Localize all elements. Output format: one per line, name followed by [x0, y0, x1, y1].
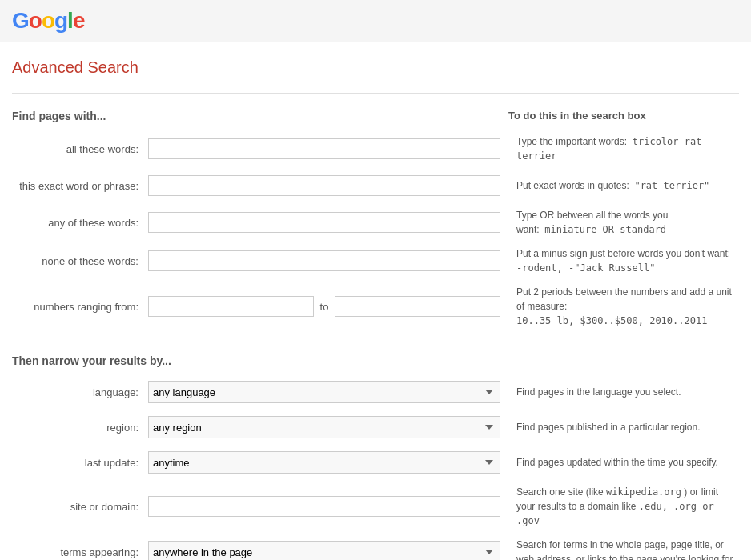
- all-words-row: all these words: Type the important word…: [12, 134, 739, 163]
- numbers-row: numbers ranging from: to Put 2 periods b…: [12, 285, 739, 328]
- none-words-input[interactable]: [148, 250, 500, 271]
- exact-phrase-row: this exact word or phrase: Put exact wor…: [12, 173, 739, 198]
- numbers-hint: Put 2 periods between the numbers and ad…: [500, 285, 739, 328]
- none-words-label: none of these words:: [12, 255, 148, 267]
- terms-appearing-input-area: anywhere in the page in the title of the…: [148, 541, 500, 560]
- region-hint: Find pages published in a particular reg…: [500, 420, 739, 434]
- find-heading-right: To do this in the search box: [508, 110, 739, 122]
- none-words-hint: Put a minus sign just before words you d…: [500, 246, 739, 275]
- any-words-hint: Type OR between all the words you want: …: [500, 208, 739, 237]
- numbers-from-input[interactable]: [148, 296, 314, 317]
- last-update-row: last update: anytime past 24 hours past …: [12, 450, 739, 475]
- site-domain-row: site or domain: Search one site (like wi…: [12, 485, 739, 528]
- any-words-input-area: [148, 212, 500, 233]
- language-select[interactable]: any language Arabic Bulgarian Catalan Ch…: [148, 381, 500, 403]
- exact-phrase-hint: Put exact words in quotes: "rat terrier": [500, 178, 739, 193]
- exact-phrase-input[interactable]: [148, 175, 500, 196]
- exact-phrase-label: this exact word or phrase:: [12, 180, 148, 192]
- terms-appearing-hint: Search for terms in the whole page, page…: [500, 538, 739, 560]
- find-section-header: Find pages with... To do this in the sea…: [12, 110, 739, 122]
- google-logo: Google: [12, 8, 739, 34]
- last-update-label: last update:: [12, 457, 148, 469]
- terms-appearing-select[interactable]: anywhere in the page in the title of the…: [148, 541, 500, 560]
- page-title: Advanced Search: [12, 58, 739, 77]
- language-input-area: any language Arabic Bulgarian Catalan Ch…: [148, 381, 500, 403]
- region-select[interactable]: any region: [148, 416, 500, 438]
- find-heading-left: Find pages with...: [12, 110, 508, 122]
- region-row: region: any region Find pages published …: [12, 414, 739, 440]
- exact-phrase-input-area: [148, 175, 500, 196]
- narrow-section: Then narrow your results by... language:…: [12, 354, 739, 560]
- none-words-row: none of these words: Put a minus sign ju…: [12, 246, 739, 275]
- divider-mid: [12, 338, 739, 338]
- header: Google: [0, 0, 751, 42]
- site-domain-input[interactable]: [148, 496, 500, 517]
- any-words-row: any of these words: Type OR between all …: [12, 208, 739, 237]
- terms-appearing-row: terms appearing: anywhere in the page in…: [12, 538, 739, 560]
- range-to-label: to: [320, 301, 329, 313]
- last-update-input-area: anytime past 24 hours past week past mon…: [148, 451, 500, 474]
- language-hint: Find pages in the language you select.: [500, 385, 739, 399]
- region-label: region:: [12, 422, 148, 434]
- any-words-input[interactable]: [148, 212, 500, 233]
- site-domain-input-area: [148, 496, 500, 517]
- all-words-hint: Type the important words: tricolor rat t…: [500, 134, 739, 163]
- all-words-input-area: [148, 138, 500, 159]
- all-words-label: all these words:: [12, 143, 148, 155]
- numbers-to-input[interactable]: [335, 296, 500, 317]
- range-row: to: [148, 296, 500, 317]
- last-update-hint: Find pages updated within the time you s…: [500, 455, 739, 470]
- region-input-area: any region: [148, 416, 500, 438]
- numbers-label: numbers ranging from:: [12, 301, 148, 313]
- site-domain-hint: Search one site (like wikipedia.org ) or…: [500, 485, 739, 528]
- terms-appearing-label: terms appearing:: [12, 546, 148, 558]
- divider-top: [12, 93, 739, 94]
- language-label: language:: [12, 386, 148, 398]
- numbers-input-area: to: [148, 296, 500, 317]
- last-update-select[interactable]: anytime past 24 hours past week past mon…: [148, 451, 500, 474]
- site-domain-label: site or domain:: [12, 501, 148, 513]
- none-words-input-area: [148, 250, 500, 271]
- narrow-heading: Then narrow your results by...: [12, 354, 739, 367]
- any-words-label: any of these words:: [12, 217, 148, 229]
- language-row: language: any language Arabic Bulgarian …: [12, 379, 739, 405]
- page-content: Advanced Search Find pages with... To do…: [0, 42, 751, 560]
- all-words-input[interactable]: [148, 138, 500, 159]
